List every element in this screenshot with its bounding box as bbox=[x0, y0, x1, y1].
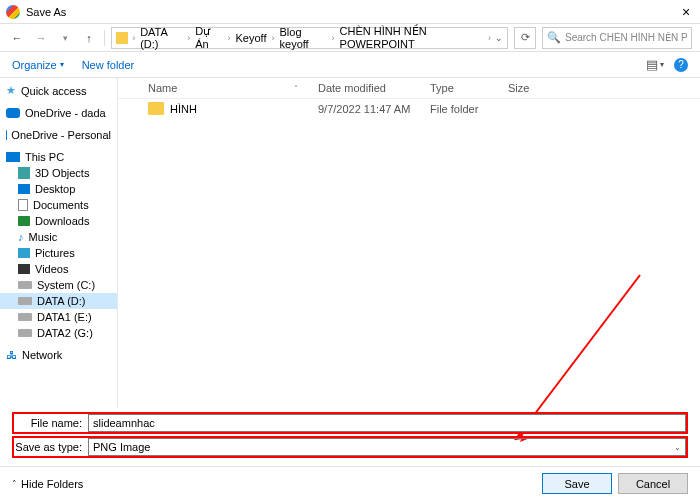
back-icon[interactable]: ← bbox=[8, 29, 26, 47]
sidebar-item-documents[interactable]: Documents bbox=[0, 197, 117, 213]
sidebar-item-music[interactable]: ♪Music bbox=[0, 229, 117, 245]
music-icon: ♪ bbox=[18, 231, 24, 243]
view-options-button[interactable]: ▤▾ bbox=[646, 57, 664, 72]
chevron-right-icon[interactable]: › bbox=[187, 33, 190, 43]
search-icon: 🔍 bbox=[547, 31, 561, 44]
sidebar-item-drive-c[interactable]: System (C:) bbox=[0, 277, 117, 293]
save-type-label: Save as type: bbox=[14, 441, 88, 453]
drive-icon bbox=[18, 313, 32, 321]
chevron-up-icon: ˄ bbox=[12, 479, 17, 489]
network-icon: 🖧 bbox=[6, 349, 17, 361]
sidebar-item-desktop[interactable]: Desktop bbox=[0, 181, 117, 197]
drive-icon bbox=[18, 281, 32, 289]
help-icon[interactable]: ? bbox=[674, 58, 688, 72]
chevron-right-icon[interactable]: › bbox=[332, 33, 335, 43]
desktop-icon bbox=[18, 184, 30, 194]
new-folder-button[interactable]: New folder bbox=[82, 59, 135, 71]
sidebar-item-this-pc[interactable]: This PC bbox=[0, 149, 117, 165]
sidebar: ★Quick access OneDrive - dada OneDrive -… bbox=[0, 78, 118, 408]
hide-folders-button[interactable]: ˄ Hide Folders bbox=[12, 478, 83, 490]
column-type[interactable]: Type bbox=[430, 82, 508, 94]
window-title: Save As bbox=[26, 6, 678, 18]
filename-label: File name: bbox=[14, 417, 88, 429]
divider bbox=[104, 30, 105, 46]
sidebar-item-videos[interactable]: Videos bbox=[0, 261, 117, 277]
filename-row: File name: bbox=[12, 412, 688, 434]
sidebar-item-network[interactable]: 🖧Network bbox=[0, 347, 117, 363]
column-size[interactable]: Size bbox=[508, 82, 568, 94]
app-icon bbox=[6, 5, 20, 19]
column-date[interactable]: Date modified bbox=[318, 82, 430, 94]
sort-indicator-icon: ˄ bbox=[294, 84, 298, 93]
drive-icon bbox=[18, 297, 32, 305]
recent-chevron-icon[interactable]: ▾ bbox=[56, 29, 74, 47]
sidebar-item-onedrive[interactable]: OneDrive - dada bbox=[0, 105, 117, 121]
sidebar-item-drive-d[interactable]: DATA (D:) bbox=[0, 293, 117, 309]
document-icon bbox=[18, 199, 28, 211]
download-icon bbox=[18, 216, 30, 226]
star-icon: ★ bbox=[6, 84, 16, 97]
chevron-right-icon[interactable]: › bbox=[488, 33, 491, 43]
up-icon[interactable]: ↑ bbox=[80, 29, 98, 47]
breadcrumb-item[interactable]: Keyoff bbox=[233, 32, 270, 44]
chevron-down-icon: ⌄ bbox=[674, 443, 681, 452]
breadcrumb-item[interactable]: DATA (D:) bbox=[137, 26, 185, 50]
save-button[interactable]: Save bbox=[542, 473, 612, 494]
breadcrumb[interactable]: › DATA (D:) › Dự Án › Keyoff › Blog keyo… bbox=[111, 27, 508, 49]
video-icon bbox=[18, 264, 30, 274]
close-icon[interactable]: × bbox=[678, 4, 694, 20]
sidebar-item-downloads[interactable]: Downloads bbox=[0, 213, 117, 229]
chevron-down-icon[interactable]: ⌄ bbox=[495, 33, 503, 43]
chevron-right-icon[interactable]: › bbox=[228, 33, 231, 43]
sidebar-item-quick-access[interactable]: ★Quick access bbox=[0, 82, 117, 99]
sidebar-item-onedrive-personal[interactable]: OneDrive - Personal bbox=[0, 127, 117, 143]
breadcrumb-item[interactable]: Blog keyoff bbox=[277, 26, 330, 50]
filename-input[interactable] bbox=[88, 414, 686, 432]
column-name[interactable]: Name˄ bbox=[148, 82, 318, 94]
3d-icon bbox=[18, 167, 30, 179]
breadcrumb-item[interactable]: Dự Án bbox=[192, 25, 225, 50]
refresh-icon[interactable]: ⟳ bbox=[514, 27, 536, 49]
cloud-icon bbox=[6, 108, 20, 118]
chevron-down-icon: ▾ bbox=[60, 60, 64, 69]
column-headers: Name˄ Date modified Type Size bbox=[118, 78, 700, 99]
picture-icon bbox=[18, 248, 30, 258]
sidebar-item-3d-objects[interactable]: 3D Objects bbox=[0, 165, 117, 181]
sidebar-item-drive-g[interactable]: DATA2 (G:) bbox=[0, 325, 117, 341]
folder-icon bbox=[148, 102, 164, 115]
sidebar-item-drive-e[interactable]: DATA1 (E:) bbox=[0, 309, 117, 325]
breadcrumb-item[interactable]: CHÈN HÌNH NỀN POWERPOINT bbox=[337, 25, 486, 50]
cancel-button[interactable]: Cancel bbox=[618, 473, 688, 494]
chevron-right-icon[interactable]: › bbox=[272, 33, 275, 43]
save-type-combobox[interactable]: PNG Image ⌄ bbox=[88, 438, 686, 456]
organize-button[interactable]: Organize ▾ bbox=[12, 59, 64, 71]
sidebar-item-pictures[interactable]: Pictures bbox=[0, 245, 117, 261]
file-list: Name˄ Date modified Type Size HÌNH 9/7/2… bbox=[118, 78, 700, 408]
forward-icon: → bbox=[32, 29, 50, 47]
search-input[interactable]: 🔍 Search CHÈN HÌNH NỀN PO... bbox=[542, 27, 692, 49]
drive-icon bbox=[18, 329, 32, 337]
save-type-row: Save as type: PNG Image ⌄ bbox=[12, 436, 688, 458]
folder-icon bbox=[116, 32, 128, 44]
list-item[interactable]: HÌNH 9/7/2022 11:47 AM File folder bbox=[118, 99, 700, 118]
search-placeholder: Search CHÈN HÌNH NỀN PO... bbox=[565, 32, 687, 43]
pc-icon bbox=[6, 152, 20, 162]
chevron-right-icon[interactable]: › bbox=[132, 33, 135, 43]
